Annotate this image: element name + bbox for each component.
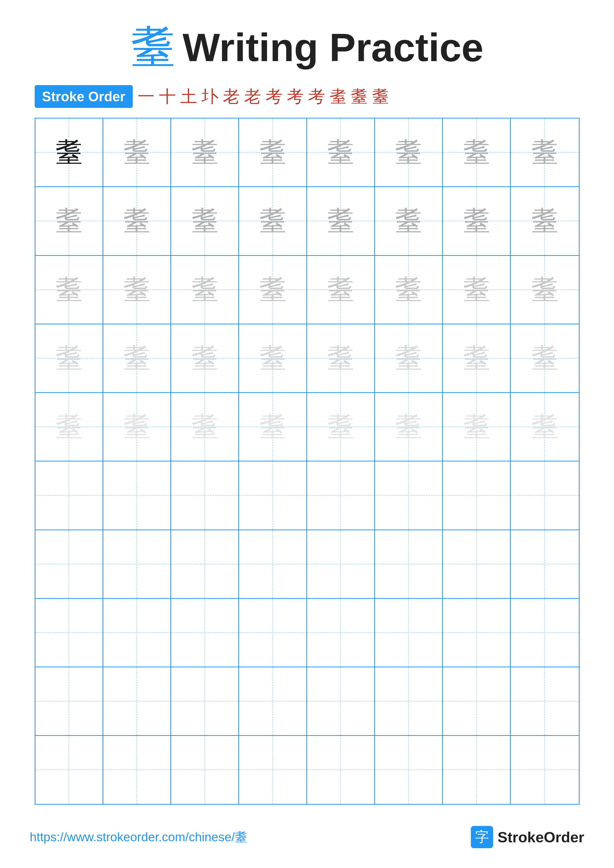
char-gray4: 耋 xyxy=(259,413,286,440)
char-gray2: 耋 xyxy=(55,276,82,303)
grid-cell-4-1[interactable]: 耋 xyxy=(36,324,103,392)
grid-cell-2-6[interactable]: 耋 xyxy=(375,187,443,255)
grid-cell-4-6[interactable]: 耋 xyxy=(375,324,443,392)
grid-cell-3-1[interactable]: 耋 xyxy=(36,256,103,324)
grid-cell-10-6[interactable] xyxy=(375,736,443,804)
grid-cell-10-5[interactable] xyxy=(307,736,375,804)
grid-cell-7-1[interactable] xyxy=(36,530,103,598)
grid-cell-8-3[interactable] xyxy=(171,599,239,666)
grid-cell-3-3[interactable]: 耋 xyxy=(171,256,239,324)
grid-cell-3-5[interactable]: 耋 xyxy=(307,256,375,324)
grid-cell-4-2[interactable]: 耋 xyxy=(103,324,171,392)
grid-cell-8-1[interactable] xyxy=(36,599,103,666)
grid-cell-10-1[interactable] xyxy=(36,736,103,804)
practice-grid[interactable]: 耋 耋 耋 耋 耋 耋 耋 耋 xyxy=(35,118,580,804)
char-gray3: 耋 xyxy=(55,345,82,372)
grid-cell-5-4[interactable]: 耋 xyxy=(239,393,307,461)
grid-cell-5-7[interactable]: 耋 xyxy=(443,393,511,461)
grid-cell-7-3[interactable] xyxy=(171,530,239,598)
stroke-step-11: 耋 xyxy=(351,85,368,108)
grid-cell-9-5[interactable] xyxy=(307,667,375,735)
grid-row-9 xyxy=(36,667,579,736)
brand-icon-char: 字 xyxy=(475,828,489,846)
char-gray2: 耋 xyxy=(191,276,218,303)
grid-cell-7-6[interactable] xyxy=(375,530,443,598)
grid-cell-10-8[interactable] xyxy=(511,736,578,804)
grid-cell-8-2[interactable] xyxy=(103,599,171,666)
grid-row-10 xyxy=(36,736,579,804)
footer-brand: 字 StrokeOrder xyxy=(471,826,584,848)
grid-cell-2-1[interactable]: 耋 xyxy=(36,187,103,255)
grid-cell-2-4[interactable]: 耋 xyxy=(239,187,307,255)
grid-cell-5-5[interactable]: 耋 xyxy=(307,393,375,461)
grid-cell-9-1[interactable] xyxy=(36,667,103,735)
grid-cell-4-4[interactable]: 耋 xyxy=(239,324,307,392)
grid-cell-10-7[interactable] xyxy=(443,736,511,804)
grid-cell-7-8[interactable] xyxy=(511,530,578,598)
char-gray1: 耋 xyxy=(327,139,354,166)
grid-cell-4-3[interactable]: 耋 xyxy=(171,324,239,392)
grid-cell-5-1[interactable]: 耋 xyxy=(36,393,103,461)
grid-cell-10-3[interactable] xyxy=(171,736,239,804)
grid-cell-3-2[interactable]: 耋 xyxy=(103,256,171,324)
grid-cell-6-7[interactable] xyxy=(443,462,511,529)
grid-cell-5-3[interactable]: 耋 xyxy=(171,393,239,461)
grid-cell-4-7[interactable]: 耋 xyxy=(443,324,511,392)
grid-cell-1-5[interactable]: 耋 xyxy=(307,119,375,186)
grid-cell-8-6[interactable] xyxy=(375,599,443,666)
grid-cell-3-8[interactable]: 耋 xyxy=(511,256,578,324)
grid-cell-8-5[interactable] xyxy=(307,599,375,666)
grid-cell-4-5[interactable]: 耋 xyxy=(307,324,375,392)
grid-cell-5-6[interactable]: 耋 xyxy=(375,393,443,461)
stroke-step-7: 考 xyxy=(266,85,282,108)
grid-row-4: 耋 耋 耋 耋 耋 耋 耋 耋 xyxy=(36,324,579,393)
grid-cell-9-4[interactable] xyxy=(239,667,307,735)
grid-cell-1-4[interactable]: 耋 xyxy=(239,119,307,186)
grid-cell-1-8[interactable]: 耋 xyxy=(511,119,578,186)
grid-cell-1-7[interactable]: 耋 xyxy=(443,119,511,186)
char-gray1: 耋 xyxy=(191,207,218,234)
grid-cell-6-3[interactable] xyxy=(171,462,239,529)
footer-url[interactable]: https://www.strokeorder.com/chinese/耋 xyxy=(30,829,247,845)
grid-cell-1-6[interactable]: 耋 xyxy=(375,119,443,186)
grid-cell-5-2[interactable]: 耋 xyxy=(103,393,171,461)
grid-cell-9-8[interactable] xyxy=(511,667,578,735)
grid-cell-10-2[interactable] xyxy=(103,736,171,804)
grid-cell-6-4[interactable] xyxy=(239,462,307,529)
grid-cell-7-4[interactable] xyxy=(239,530,307,598)
grid-cell-9-6[interactable] xyxy=(375,667,443,735)
grid-cell-6-8[interactable] xyxy=(511,462,578,529)
grid-cell-2-8[interactable]: 耋 xyxy=(511,187,578,255)
grid-cell-6-1[interactable] xyxy=(36,462,103,529)
grid-cell-9-7[interactable] xyxy=(443,667,511,735)
grid-cell-1-1[interactable]: 耋 xyxy=(36,119,103,186)
grid-cell-2-2[interactable]: 耋 xyxy=(103,187,171,255)
stroke-steps: 一 十 土 圤 老 老 考 考 考 耊 耋 耋 xyxy=(138,85,389,108)
grid-cell-3-6[interactable]: 耋 xyxy=(375,256,443,324)
grid-cell-5-8[interactable]: 耋 xyxy=(511,393,578,461)
grid-cell-6-2[interactable] xyxy=(103,462,171,529)
grid-cell-10-4[interactable] xyxy=(239,736,307,804)
grid-cell-1-2[interactable]: 耋 xyxy=(103,119,171,186)
grid-cell-6-5[interactable] xyxy=(307,462,375,529)
grid-cell-3-7[interactable]: 耋 xyxy=(443,256,511,324)
grid-cell-2-3[interactable]: 耋 xyxy=(171,187,239,255)
char-gray1: 耋 xyxy=(531,207,558,234)
char-gray4: 耋 xyxy=(123,413,150,440)
grid-cell-9-3[interactable] xyxy=(171,667,239,735)
grid-cell-2-5[interactable]: 耋 xyxy=(307,187,375,255)
grid-cell-8-7[interactable] xyxy=(443,599,511,666)
grid-cell-2-7[interactable]: 耋 xyxy=(443,187,511,255)
grid-cell-7-2[interactable] xyxy=(103,530,171,598)
grid-cell-1-3[interactable]: 耋 xyxy=(171,119,239,186)
char-gray2: 耋 xyxy=(259,276,286,303)
grid-cell-8-4[interactable] xyxy=(239,599,307,666)
grid-cell-9-2[interactable] xyxy=(103,667,171,735)
grid-cell-4-8[interactable]: 耋 xyxy=(511,324,578,392)
grid-cell-6-6[interactable] xyxy=(375,462,443,529)
char-gray2: 耋 xyxy=(395,276,422,303)
grid-cell-7-5[interactable] xyxy=(307,530,375,598)
grid-cell-7-7[interactable] xyxy=(443,530,511,598)
grid-cell-8-8[interactable] xyxy=(511,599,578,666)
grid-cell-3-4[interactable]: 耋 xyxy=(239,256,307,324)
